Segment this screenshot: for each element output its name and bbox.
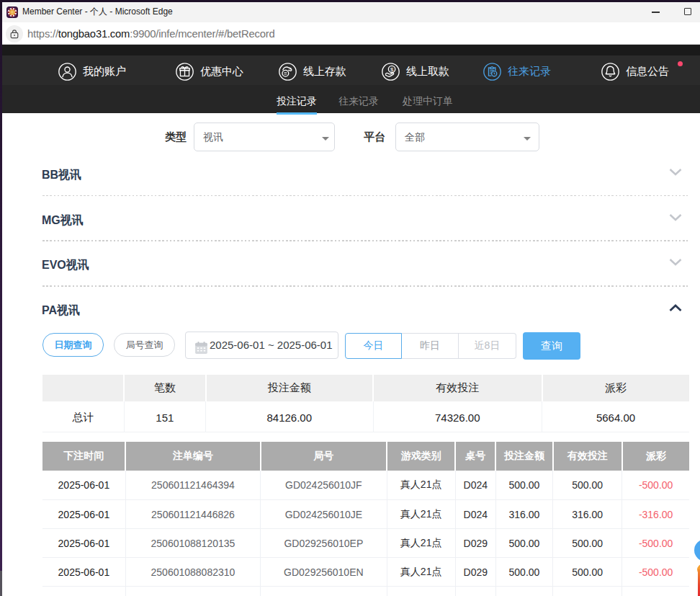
svg-text:$: $ bbox=[390, 66, 394, 73]
